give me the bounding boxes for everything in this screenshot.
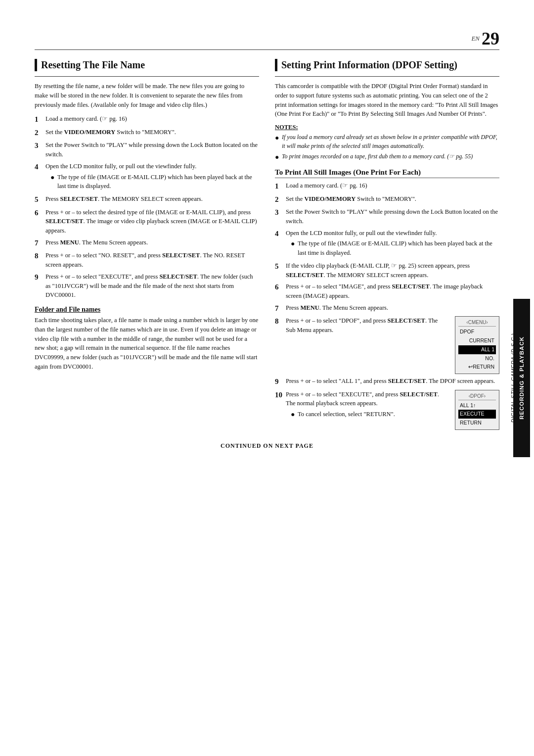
step-3-content: Set the Power Switch to "PLAY" while pre… [45, 141, 259, 159]
r-step-7: 7 Press MENU. The Menu Screen appears. [275, 303, 499, 314]
r-step-10-text: Press + or – to select "EXECUTE", and pr… [286, 390, 446, 421]
step-4-number: 4 [35, 161, 45, 173]
cmenu-row-return: ↩RETURN [458, 363, 496, 372]
page-header: EN 29 [35, 30, 499, 50]
r-step-5-number: 5 [275, 261, 286, 272]
r-step-10-number: 10 [275, 389, 286, 401]
step-1-content: Load a memory card. (☞ pg. 16) [45, 114, 259, 124]
continued-text: CONTINUED ON NEXT PAGE [35, 442, 499, 450]
bullet-dot: ● [50, 172, 57, 183]
step-6-content: Press + or – to select the desired type … [45, 208, 259, 236]
r-step-6-number: 6 [275, 282, 286, 293]
r-step-3-number: 3 [275, 207, 286, 218]
cmenu-header: ‹CMENU› [458, 319, 496, 327]
page: EN 29 Resetting The File Name By resetti… [0, 0, 534, 756]
step-5-number: 5 [35, 194, 45, 205]
r-step-2: 2 Set the VIDEO/MEMORY Switch to "MEMORY… [275, 194, 499, 205]
r-step-1: 1 Load a memory card. (☞ pg. 16) [275, 181, 499, 192]
left-divider [35, 76, 259, 77]
r-step-1-number: 1 [275, 181, 286, 192]
dpof-screenshot: ‹DPOF› ALL 1↑ EXECUTE RETURN [450, 390, 499, 430]
step-2-content: Set the VIDEO/MEMORY Switch to "MEMORY". [45, 128, 259, 137]
note-bullet-2: ● [275, 152, 282, 162]
right-sidebar: DIGITAL STILL CAMERA (D.S.C.) RECORDING … [509, 0, 534, 756]
step-6-number: 6 [35, 207, 45, 219]
r-step-10-content: Press + or – to select "EXECUTE", and pr… [286, 390, 499, 430]
step-7-number: 7 [35, 237, 45, 249]
r-step-8-number: 8 [275, 316, 286, 327]
dpof-box: ‹DPOF› ALL 1↑ EXECUTE RETURN [455, 390, 499, 430]
step-1: 1 Load a memory card. (☞ pg. 16) [35, 114, 259, 125]
right-column: Setting Print Information (DPOF Setting)… [275, 59, 499, 432]
to-print-title: To Print All Still Images (One Print For… [275, 168, 499, 178]
note-bullet-1: ● [275, 133, 282, 143]
cmenu-row-no: NO. [458, 354, 496, 363]
step-4-bullet-1: ● The type of file (IMAGE or E-MAIL CLIP… [50, 173, 259, 191]
note-2: ● To print images recorded on a tape, fi… [275, 152, 499, 162]
r-step-8-text: Press + or – to select "DPOF", and press… [286, 316, 446, 335]
folder-section-title: Folder and File names [35, 306, 259, 314]
cmenu-row-dpof: DPOF [458, 328, 496, 336]
dpof-row-all1: ALL 1↑ [458, 401, 496, 410]
r-step-10-bullet: ● To cancel selection, select "RETURN". [291, 410, 446, 420]
r-step-5: 5 If the video clip playback (E-MAIL CLI… [275, 261, 499, 280]
r-step-8-content: Press + or – to select "DPOF", and press… [286, 316, 499, 374]
right-steps: 1 Load a memory card. (☞ pg. 16) 2 Set t… [275, 181, 499, 430]
cmenu-row-current: CURRENT [458, 336, 496, 345]
r-step-4-number: 4 [275, 228, 286, 239]
bullet-dot: ● [291, 238, 298, 249]
step-3-number: 3 [35, 140, 45, 151]
left-section-title: Resetting The File Name [35, 59, 259, 71]
folder-section-body: Each time shooting takes place, a file n… [35, 316, 259, 372]
page-number: 29 [482, 30, 499, 47]
step-8-number: 8 [35, 250, 45, 262]
r-step-2-number: 2 [275, 194, 286, 205]
r-step-7-number: 7 [275, 303, 286, 314]
step-9-content: Press + or – to select "EXECUTE", and pr… [45, 272, 259, 300]
r-step-9-number: 9 [275, 376, 286, 387]
step-4-content: Open the LCD monitor fully, or pull out … [45, 162, 259, 192]
bullet-dot: ● [291, 409, 298, 420]
dpof-row-return: RETURN [458, 419, 496, 427]
step-8: 8 Press + or – to select "NO. RESET", an… [35, 251, 259, 270]
step-9: 9 Press + or – to select "EXECUTE", and … [35, 272, 259, 300]
notes-block: NOTES: ● If you load a memory card alrea… [275, 124, 499, 162]
cmenu-screenshot: ‹CMENU› DPOF CURRENT ALL 1 NO. ↩RETURN [450, 316, 499, 374]
r-step-2-content: Set the VIDEO/MEMORY Switch to "MEMORY". [286, 194, 499, 204]
r-step-3-content: Set the Power Switch to "PLAY" while pre… [286, 207, 499, 226]
r-step-6: 6 Press + or – to select "IMAGE", and pr… [275, 282, 499, 301]
left-column: Resetting The File Name By resetting the… [35, 59, 259, 432]
right-section-title: Setting Print Information (DPOF Setting) [275, 59, 499, 71]
r-step-10: 10 Press + or – to select "EXECUTE", and… [275, 390, 499, 430]
right-intro: This camcorder is compatible with the DP… [275, 82, 499, 119]
r-step-4-content: Open the LCD monitor fully, or pull out … [286, 229, 499, 259]
cmenu-box: ‹CMENU› DPOF CURRENT ALL 1 NO. ↩RETURN [455, 316, 499, 374]
r-step-9-content: Press + or – to select "ALL 1", and pres… [286, 377, 499, 386]
step-9-number: 9 [35, 272, 45, 283]
step-6: 6 Press + or – to select the desired typ… [35, 208, 259, 236]
cmenu-row-all1: ALL 1 [458, 345, 496, 354]
step-2-number: 2 [35, 127, 45, 139]
notes-list: ● If you load a memory card already set … [275, 133, 499, 162]
r-step-3: 3 Set the Power Switch to "PLAY" while p… [275, 207, 499, 226]
step-1-number: 1 [35, 114, 45, 125]
en-label: EN [471, 35, 480, 43]
r-step-7-content: Press MENU. The Menu Screen appears. [286, 303, 499, 313]
step-5: 5 Press SELECT/SET. The MEMORY SELECT sc… [35, 194, 259, 205]
r-step-4: 4 Open the LCD monitor fully, or pull ou… [275, 229, 499, 259]
r-step-8: 8 Press + or – to select "DPOF", and pre… [275, 316, 499, 374]
step-5-content: Press SELECT/SET. The MEMORY SELECT scre… [45, 194, 259, 204]
r-step-9: 9 Press + or – to select "ALL 1", and pr… [275, 377, 499, 387]
step-7-content: Press MENU. The Menu Screen appears. [45, 238, 259, 247]
left-steps: 1 Load a memory card. (☞ pg. 16) 2 Set t… [35, 114, 259, 300]
r-step-6-content: Press + or – to select "IMAGE", and pres… [286, 282, 499, 301]
dpof-header: ‹DPOF› [458, 392, 496, 400]
r-step-4-bullet-1: ● The type of file (IMAGE or E-MAIL CLIP… [291, 239, 499, 258]
dpof-row-execute: EXECUTE [458, 410, 496, 419]
r-step-1-content: Load a memory card. (☞ pg. 16) [286, 181, 499, 190]
step-8-content: Press + or – to select "NO. RESET", and … [45, 251, 259, 270]
sidebar-outside-text: DIGITAL STILL CAMERA (D.S.C.) [510, 333, 516, 423]
left-intro: By resetting the file name, a new folder… [35, 82, 259, 109]
right-divider [275, 76, 499, 77]
columns-layout: Resetting The File Name By resetting the… [35, 59, 499, 432]
